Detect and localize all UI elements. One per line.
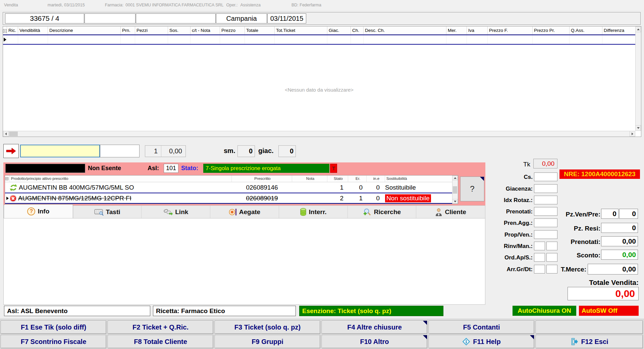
expand-all-icon[interactable] [3,27,7,34]
pz-ven-field: 0 [601,209,619,219]
f12-button[interactable]: F12 Esci [536,335,643,348]
column-header[interactable]: Giac. [327,27,351,34]
column-header[interactable]: Vendibilità [18,27,48,34]
corner-triangle-icon [423,335,427,339]
prescription-row-selected[interactable]: AUGMENTIN 875MG/125MG 12CPR FI 026089019… [5,193,458,204]
rinv-input[interactable] [534,242,545,250]
f8-button[interactable]: F8 Totale Cliente [108,335,213,348]
autochiusura-toggle[interactable]: AutoChiusura ON [513,306,576,316]
pz-resi-label: Pz. Resi: [551,225,600,232]
ord-ap-input[interactable] [534,253,545,262]
tab-tasti[interactable]: Tasti [73,206,142,218]
tab-info[interactable]: ? Info [4,204,73,218]
column-header[interactable]: Er. [348,176,367,182]
t-flag-badge: T [330,164,337,173]
header-field-2[interactable] [85,13,136,23]
button-label: F12 Esci [581,338,608,346]
sostituibilita-cell: Sostituibile [385,182,447,193]
column-header[interactable]: Iva [467,27,488,34]
tab-aegate[interactable]: Aegate [210,206,279,218]
f6-button[interactable] [536,320,643,334]
tab-ricerche[interactable]: Ricerche [348,206,417,218]
app-title: Vendita [4,3,18,7]
tab-label: Interr. [309,208,327,216]
scrollbar-thumb[interactable] [453,186,457,194]
region-field[interactable]: Campania [216,13,267,23]
column-header[interactable]: Pezzi [135,27,168,34]
f11-button[interactable]: F11 Help [429,335,534,348]
expand-icon[interactable] [5,176,10,182]
confirm-entry-button[interactable] [3,144,19,158]
selected-empty-row[interactable] [3,35,635,45]
column-header[interactable]: Tot.Ticket [275,27,327,34]
corner-triangle-icon [530,335,534,339]
column-header[interactable]: Prezzo Pr. [533,27,570,34]
scrollbar-thumb[interactable] [9,132,18,136]
scroll-down-icon[interactable] [635,125,641,131]
column-header[interactable]: Mer. [446,27,467,34]
scroll-up-icon[interactable] [635,27,641,32]
cs-input[interactable] [534,172,557,181]
column-header[interactable]: Sos. [168,27,191,34]
scroll-up-icon[interactable] [452,176,458,180]
ticket-number-field[interactable]: 33675 / 4 [5,13,84,23]
pz-resi-field: 0 [601,223,638,233]
f1-button[interactable]: F1 Ese Tik (solo diff) [1,320,106,334]
prescription-scrollbar[interactable] [452,176,458,204]
idx-rotaz-input[interactable] [534,196,557,204]
giacenza-input[interactable] [534,184,557,193]
column-header[interactable]: Prn. [121,27,135,34]
column-header[interactable]: Q.Ass. [570,27,602,34]
sm-label: sm. [224,147,235,155]
scroll-down-icon[interactable] [452,199,458,204]
column-header[interactable]: Ch. [351,27,364,34]
column-header[interactable]: Prezzo F. [488,27,533,34]
column-header[interactable]: Desc. Ch. [364,27,446,34]
autosw-toggle[interactable]: AutoSW Off [579,306,639,316]
prescription-row[interactable]: AUGMENTIN BB 400MG/57MG/5ML SO 026089146… [5,182,458,193]
product-code-input[interactable] [20,145,100,157]
grid-horizontal-scrollbar[interactable] [3,131,635,137]
asl-label: Asl: [148,165,159,172]
stato-cell: 2 [327,193,348,203]
vendita-window: Vendita martedì, 03/11/2015 Farmacia: 00… [0,0,644,349]
f3-button[interactable]: F3 Ticket (solo q. pz) [215,320,320,334]
f2-button[interactable]: F2 Ticket + Q.Ric. [108,320,213,334]
button-label: F7 Scontrino Fiscale [21,338,87,346]
totale-vendita-field: 0,00 [568,287,639,300]
tab-link[interactable]: Link [142,206,210,218]
f5-button[interactable]: F5 Contanti [429,320,534,334]
column-header[interactable]: c/t - Nota [191,27,220,34]
header-field-3[interactable] [136,13,216,23]
column-header[interactable]: Descrizione [48,27,121,34]
f7-button[interactable]: F7 Scontrino Fiscale [1,335,106,348]
f4-button[interactable]: F4 Altre chiusure [322,320,427,334]
f10-button[interactable]: F10 Altro [322,335,427,348]
ord-ap-s-label: Ord.Ap/S.: [466,254,533,261]
sale-grid-header: Ric. Vendibilità Descrizione Prn. Pezzi … [3,27,635,35]
sconto-field: 0,00 [601,250,638,260]
column-header[interactable]: Totale [245,27,275,34]
f9-button[interactable]: F9 Gruppi [215,335,320,348]
secondary-code-input[interactable] [100,145,140,157]
column-header[interactable]: Ric. [7,27,18,34]
t-merce-label: T.Merce: [537,266,586,273]
column-header[interactable]: Prescritto [232,176,292,182]
client-person-icon [435,208,442,216]
column-header[interactable]: Sostituibilità [385,176,447,182]
grid-vertical-scrollbar[interactable] [635,27,641,131]
column-header[interactable]: Stato [327,176,348,182]
giac-label: giac. [258,147,274,155]
column-header[interactable]: Prodotto/principio attivo prescritto [10,176,232,182]
date-field[interactable]: 03/11/2015 [267,13,306,23]
price-value: 0,00 [161,146,185,157]
giacenza-label: Giacenza: [466,186,533,192]
scroll-right-icon[interactable] [630,131,635,137]
scroll-left-icon[interactable] [3,131,9,137]
column-header[interactable]: Prezzo [220,27,245,34]
asl-input[interactable] [164,164,178,173]
tab-interr[interactable]: Interr. [279,206,348,218]
column-header[interactable]: in.e [367,176,385,182]
column-header[interactable]: Differenza [602,27,634,34]
column-header[interactable]: Nota [292,176,327,182]
